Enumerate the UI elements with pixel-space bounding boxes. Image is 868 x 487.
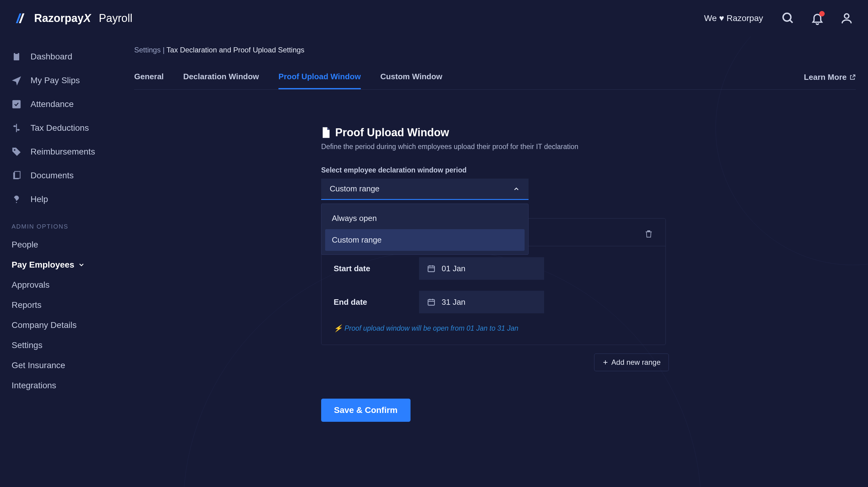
breadcrumb: Settings | Tax Declaration and Proof Upl… (134, 46, 856, 54)
question-icon (11, 194, 22, 205)
sidebar-item-reimbursements[interactable]: Reimbursements (0, 141, 122, 163)
main-content: Settings | Tax Declaration and Proof Upl… (122, 37, 868, 487)
app-logo[interactable]: RazorpayX Payroll (14, 12, 132, 25)
notifications-icon[interactable] (811, 11, 824, 25)
check-square-icon (11, 99, 22, 110)
svg-point-0 (783, 13, 791, 21)
sidebar-admin-payemployees[interactable]: Pay Employees (0, 256, 122, 274)
razorpay-x-logo-icon (14, 12, 29, 24)
select-dropdown: Always open Custom range (321, 203, 529, 255)
sidebar-item-label: Approvals (11, 280, 50, 290)
adjust-icon (11, 123, 22, 133)
layers-icon (11, 170, 22, 181)
sidebar-item-label: Company Details (11, 320, 76, 330)
sidebar-admin-insurance[interactable]: Get Insurance (0, 356, 122, 375)
sidebar-admin-heading: ADMIN OPTIONS (0, 212, 122, 234)
search-icon[interactable] (781, 11, 795, 25)
sidebar-item-label: Get Insurance (11, 360, 65, 370)
period-select[interactable]: Custom range Always open Custom range (321, 178, 529, 200)
sidebar-item-label: Reports (11, 300, 41, 310)
sidebar-admin-settings[interactable]: Settings (0, 336, 122, 354)
chevron-down-icon (78, 261, 85, 268)
sidebar-item-label: Attendance (31, 99, 74, 109)
sidebar-item-label: My Pay Slips (31, 75, 80, 85)
add-range-label: Add new range (612, 358, 661, 367)
clipboard-icon (11, 51, 22, 62)
profile-icon[interactable] (840, 11, 854, 25)
sidebar-item-label: Settings (11, 340, 42, 350)
svg-point-8 (14, 149, 15, 151)
sidebar-item-label: Pay Employees (11, 260, 74, 270)
tabs: General Declaration Window Proof Upload … (134, 65, 856, 90)
svg-point-2 (844, 14, 849, 18)
end-date-value: 31 Jan (442, 297, 465, 307)
start-date-input[interactable]: 01 Jan (419, 257, 544, 280)
app-header: RazorpayX Payroll We ♥ Razorpay (0, 0, 868, 37)
save-confirm-button[interactable]: Save & Confirm (321, 399, 410, 422)
section-subtitle: Define the period during which employees… (321, 142, 669, 151)
svg-line-1 (790, 20, 793, 23)
sidebar-admin-reports[interactable]: Reports (0, 296, 122, 314)
select-option-always-open[interactable]: Always open (325, 207, 525, 229)
tab-general[interactable]: General (134, 65, 164, 89)
sidebar-admin-company[interactable]: Company Details (0, 316, 122, 334)
select-label: Select employee declaration window perio… (321, 166, 669, 174)
sidebar-item-label: Integrations (11, 381, 56, 390)
select-value: Custom range (330, 184, 379, 194)
sidebar-item-payslips[interactable]: My Pay Slips (0, 69, 122, 91)
sidebar-item-dashboard[interactable]: Dashboard (0, 46, 122, 68)
send-icon (11, 75, 22, 86)
sidebar-admin-people[interactable]: People (0, 235, 122, 254)
select-trigger[interactable]: Custom range (321, 178, 529, 200)
external-link-icon (849, 74, 856, 81)
end-date-input[interactable]: 31 Jan (419, 291, 544, 313)
tag-icon (11, 146, 22, 157)
sidebar-item-label: People (11, 240, 38, 250)
calendar-icon (427, 298, 436, 306)
plus-icon (602, 359, 609, 365)
document-icon (321, 127, 330, 138)
range-status: ⚡ Proof upload window will be open from … (321, 313, 665, 332)
sidebar-item-attendance[interactable]: Attendance (0, 93, 122, 115)
svg-rect-12 (428, 266, 435, 272)
svg-point-7 (18, 129, 19, 131)
select-option-custom-range[interactable]: Custom range (325, 229, 525, 251)
breadcrumb-parent[interactable]: Settings (134, 46, 161, 54)
sidebar-item-help[interactable]: Help (0, 188, 122, 210)
sidebar-item-label: Tax Deductions (31, 123, 89, 133)
svg-rect-3 (14, 53, 19, 60)
trash-icon[interactable] (644, 229, 653, 238)
sidebar-item-documents[interactable]: Documents (0, 165, 122, 187)
sidebar-item-label: Dashboard (31, 52, 72, 62)
sidebar-admin-integrations[interactable]: Integrations (0, 377, 122, 395)
calendar-icon (427, 264, 436, 273)
start-date-label: Start date (334, 264, 419, 273)
breadcrumb-current: Tax Declaration and Proof Upload Setting… (166, 46, 304, 54)
start-date-value: 01 Jan (442, 264, 465, 273)
learn-more-link[interactable]: Learn More (804, 65, 856, 89)
svg-rect-5 (12, 100, 21, 108)
header-tagline: We ♥ Razorpay (704, 13, 763, 23)
svg-point-6 (14, 125, 16, 127)
end-date-label: End date (334, 297, 419, 307)
tab-custom-window[interactable]: Custom Window (380, 65, 442, 89)
section-title: Proof Upload Window (321, 126, 669, 139)
sidebar-item-label: Help (31, 194, 48, 204)
add-range-button[interactable]: Add new range (594, 354, 669, 371)
chevron-up-icon (513, 185, 520, 193)
sidebar-item-label: Documents (31, 171, 74, 181)
sidebar-admin-approvals[interactable]: Approvals (0, 276, 122, 294)
sidebar-item-label: Reimbursements (31, 147, 95, 157)
sidebar: Dashboard My Pay Slips Attendance Tax De… (0, 37, 122, 487)
sidebar-item-tax[interactable]: Tax Deductions (0, 117, 122, 139)
learn-more-label: Learn More (804, 72, 847, 82)
logo-text: RazorpayX Payroll (34, 12, 132, 25)
svg-rect-4 (15, 52, 18, 54)
tab-proof-upload-window[interactable]: Proof Upload Window (278, 65, 361, 89)
notification-badge (819, 11, 825, 17)
svg-rect-10 (14, 171, 20, 178)
svg-point-11 (16, 202, 17, 203)
tab-declaration-window[interactable]: Declaration Window (183, 65, 259, 89)
svg-rect-16 (428, 299, 435, 305)
